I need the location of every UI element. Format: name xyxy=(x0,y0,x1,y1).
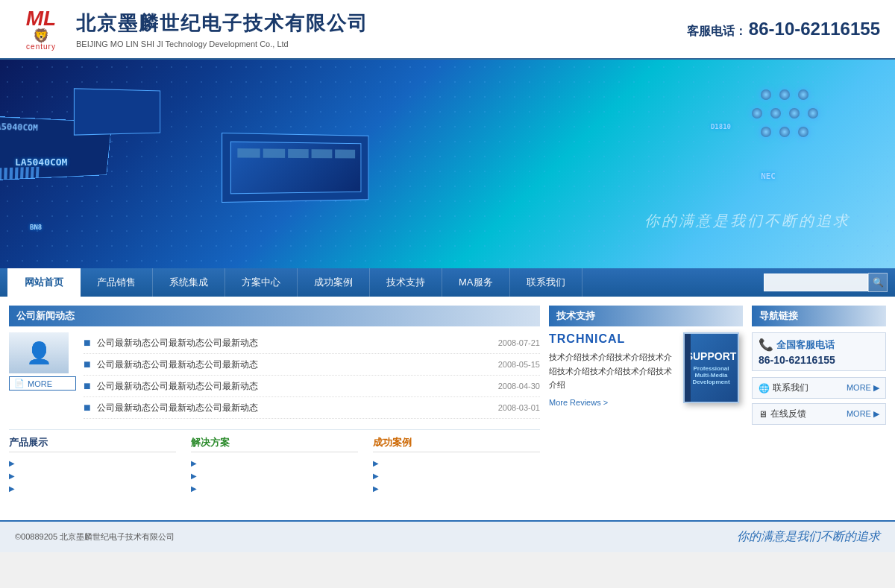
news-text-2[interactable]: 公司最新动态公司最新动态公司最新动态 xyxy=(97,358,492,371)
nav-item-cases[interactable]: 成功案例 xyxy=(298,268,370,297)
news-list-wrap: ■ 公司最新动态公司最新动态公司最新动态 2008-07-21 ■ 公司最新动态… xyxy=(84,332,540,425)
book-subtitle: Professional Multi-Media Development xyxy=(685,365,738,385)
nav-item-contact[interactable]: 联系我们 xyxy=(510,268,582,297)
solution-item-3[interactable]: ▶ xyxy=(191,482,358,495)
nav-item-integration[interactable]: 系统集成 xyxy=(153,268,225,297)
more-button-wrap: 📄 MORE xyxy=(9,376,76,391)
phone-link: 📞 全国客服电话 xyxy=(759,338,879,352)
hero-banner: LA5040COM LA5040COM BN8 D1810 NEC xyxy=(0,60,895,268)
more-icon: 📄 xyxy=(14,379,25,388)
news-date-2: 2008-05-15 xyxy=(498,360,540,369)
company-name-cn: 北京墨麟世纪电子技术有限公司 xyxy=(76,10,368,37)
phone-link-label: 全国客服电话 xyxy=(776,338,835,352)
footer: ©00889205 北京墨麟世纪电子技术有限公司 你的满意是我们不断的追求 xyxy=(0,520,895,552)
contact-icon: 🌐 xyxy=(759,383,770,393)
phone-link-number[interactable]: 86-10-62116155 xyxy=(759,354,879,366)
chip1-label: LA5040COM xyxy=(0,121,38,133)
news-section-header: 公司新闻动态 xyxy=(9,306,540,326)
book-cover: SUPPORT Professional Multi-Media Develop… xyxy=(683,332,739,403)
chip-3 xyxy=(222,133,368,203)
nav-bar: 网站首页 产品销售 系统集成 方案中心 成功案例 技术支持 MA服务 联系我们 … xyxy=(0,268,895,297)
products-title: 产品展示 xyxy=(9,436,176,452)
phone-area: 客服电话： 86-10-62116155 xyxy=(687,19,881,39)
news-title: 公司新闻动态 xyxy=(16,310,75,321)
logo-lion-icon: 🦁 xyxy=(33,29,49,42)
product-item-2[interactable]: ▶ xyxy=(9,470,176,482)
cases-section: 成功案例 ▶ ▶ ▶ xyxy=(373,436,540,495)
more-button[interactable]: 📄 MORE xyxy=(9,376,76,391)
logo-century-text: century xyxy=(26,42,56,51)
tech-description: 技术介绍技术介绍技术介绍技术介绍技术介绍技术介绍技术介绍技术介绍 xyxy=(549,350,676,392)
news-bullet-4: ■ xyxy=(84,401,91,414)
cases-title: 成功案例 xyxy=(373,436,540,452)
nav-items: 网站首页 产品销售 系统集成 方案中心 成功案例 技术支持 MA服务 联系我们 xyxy=(7,268,764,297)
nav-item-home[interactable]: 网站首页 xyxy=(7,268,81,297)
news-text-1[interactable]: 公司最新动态公司最新动态公司最新动态 xyxy=(97,337,492,350)
feedback-more[interactable]: MORE ▶ xyxy=(847,409,879,419)
news-thumbnail: 👤 📄 MORE xyxy=(9,332,76,425)
hero-slogan: 你的满意是我们不断的追求 xyxy=(644,211,850,231)
arrow-icon-1: ▶ xyxy=(9,459,15,467)
logo-ml-text: ML xyxy=(26,8,56,29)
chip-2 xyxy=(74,88,160,135)
sol-arrow-2: ▶ xyxy=(191,472,197,480)
arrow-icon-2: ▶ xyxy=(9,472,15,480)
contact-more[interactable]: MORE ▶ xyxy=(847,383,879,393)
product-item-3[interactable]: ▶ xyxy=(9,482,176,495)
contact-link-row[interactable]: 🌐 联系我们 MORE ▶ xyxy=(752,377,886,399)
nav-links-header: 导航链接 xyxy=(752,306,886,326)
main-content: 公司新闻动态 👤 📄 MORE ■ 公司最新动态公 xyxy=(0,297,895,520)
nav-links-title: 导航链接 xyxy=(759,310,798,321)
contact-link-label: 🌐 联系我们 xyxy=(759,382,808,394)
news-text-3[interactable]: 公司最新动态公司最新动态公司最新动态 xyxy=(97,380,492,393)
more-reviews-link[interactable]: More Reviews > xyxy=(549,398,676,407)
feedback-link-row[interactable]: 🖥 在线反馈 MORE ▶ xyxy=(752,403,886,425)
logo-area: ML 🦁 century 北京墨麟世纪电子技术有限公司 BEIJING MO L… xyxy=(15,7,368,51)
nav-item-ma[interactable]: MA服务 xyxy=(442,268,510,297)
news-item-2: ■ 公司最新动态公司最新动态公司最新动态 2008-05-15 xyxy=(84,354,540,376)
case-item-1[interactable]: ▶ xyxy=(373,457,540,470)
solution-item-1[interactable]: ▶ xyxy=(191,457,358,470)
arrow-icon-3: ▶ xyxy=(9,484,15,493)
feedback-link-label: 🖥 在线反馈 xyxy=(759,408,806,420)
thumb-person-icon: 👤 xyxy=(9,332,69,373)
search-input[interactable] xyxy=(764,274,868,291)
sub-sections: 产品展示 ▶ ▶ ▶ 解决方案 ▶ xyxy=(9,436,540,495)
feedback-icon: 🖥 xyxy=(759,409,767,420)
book-support-text: SUPPORT xyxy=(686,350,737,362)
company-name-area: 北京墨麟世纪电子技术有限公司 BEIJING MO LIN SHI JI Tec… xyxy=(76,10,368,48)
news-date-1: 2008-07-21 xyxy=(498,338,540,347)
case-item-3[interactable]: ▶ xyxy=(373,482,540,495)
news-date-3: 2008-04-30 xyxy=(498,382,540,391)
news-item-3: ■ 公司最新动态公司最新动态公司最新动态 2008-04-30 xyxy=(84,376,540,397)
search-button[interactable]: 🔍 xyxy=(868,273,888,292)
contact-label-text: 联系我们 xyxy=(773,382,808,394)
phone-number: 86-10-62116155 xyxy=(749,19,880,39)
news-bullet-3: ■ xyxy=(84,379,91,393)
news-item-4: ■ 公司最新动态公司最新动态公司最新动态 2008-03-01 xyxy=(84,397,540,419)
news-date-4: 2008-03-01 xyxy=(498,403,540,412)
tech-support-header: 技术支持 xyxy=(549,306,743,326)
solution-item-2[interactable]: ▶ xyxy=(191,470,358,482)
news-text-4[interactable]: 公司最新动态公司最新动态公司最新动态 xyxy=(97,402,492,414)
sol-arrow-3: ▶ xyxy=(191,484,197,493)
nav-links-column: 导航链接 📞 全国客服电话 86-10-62116155 🌐 联系我们 MORE… xyxy=(752,306,886,511)
nav-item-products[interactable]: 产品销售 xyxy=(81,268,153,297)
nav-item-tech[interactable]: 技术支持 xyxy=(370,268,442,297)
divider-1 xyxy=(9,429,540,430)
capacitor-group xyxy=(746,82,835,157)
tech-main-title: TRCHNICAL xyxy=(549,332,676,346)
news-item-1: ■ 公司最新动态公司最新动态公司最新动态 2008-07-21 xyxy=(84,332,540,354)
tech-content: TRCHNICAL 技术介绍技术介绍技术介绍技术介绍技术介绍技术介绍技术介绍技术… xyxy=(549,332,743,407)
phone-label: 客服电话： xyxy=(687,25,747,37)
nav-item-solutions[interactable]: 方案中心 xyxy=(225,268,298,297)
book-spine xyxy=(685,334,691,402)
ic-la5040: LA5040COM xyxy=(15,157,67,168)
case-item-2[interactable]: ▶ xyxy=(373,470,540,482)
product-item-1[interactable]: ▶ xyxy=(9,457,176,470)
phone-link-item: 📞 全国客服电话 86-10-62116155 xyxy=(752,332,886,371)
news-bullet-1: ■ xyxy=(84,336,91,350)
products-section: 产品展示 ▶ ▶ ▶ xyxy=(9,436,176,495)
tech-text-area: TRCHNICAL 技术介绍技术介绍技术介绍技术介绍技术介绍技术介绍技术介绍技术… xyxy=(549,332,676,407)
footer-slogan: 你的满意是我们不断的追求 xyxy=(737,529,880,545)
